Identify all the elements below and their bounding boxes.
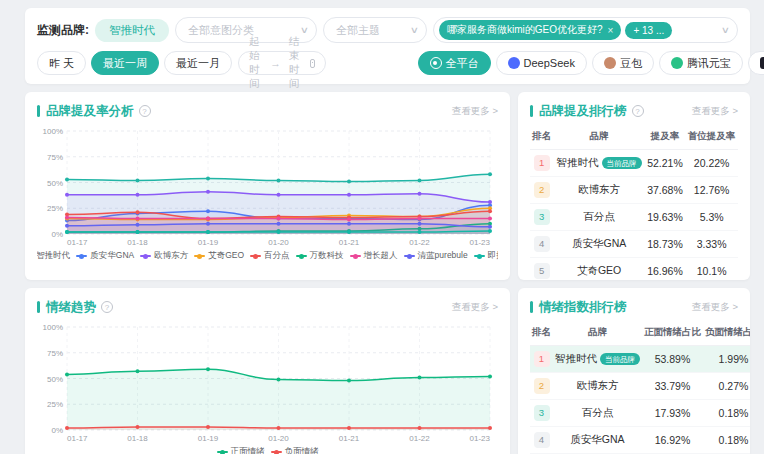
- panel-sentiment-trend: 情绪趋势 ? 查看更多 > 0%25%50%75%100%01-1701-180…: [25, 288, 510, 454]
- legend-item[interactable]: 百分点: [250, 250, 290, 262]
- remove-tag-icon[interactable]: ×: [608, 25, 614, 36]
- svg-text:100%: 100%: [43, 127, 63, 136]
- date-range-button[interactable]: 昨 天: [37, 51, 86, 75]
- svg-text:01-18: 01-18: [127, 238, 148, 247]
- rank-badge: 2: [534, 378, 550, 394]
- platform-button[interactable]: DeepSeek: [496, 51, 587, 75]
- legend-item[interactable]: 增长超人: [350, 250, 398, 262]
- chevron-down-icon: ∨: [410, 25, 419, 35]
- metric-value: 1.99%: [703, 346, 750, 373]
- title-accent-bar: [37, 301, 40, 313]
- legend-item[interactable]: 智推时代: [37, 250, 70, 262]
- legend-marker-icon: [194, 255, 205, 257]
- view-more-link[interactable]: 查看更多 >: [452, 105, 498, 118]
- legend-item[interactable]: 艾奇GEO: [194, 250, 244, 262]
- topic-select[interactable]: 全部主题 ∨: [323, 17, 427, 43]
- keyword-tag[interactable]: 哪家服务商做kimi的GEO优化更好? ×: [439, 20, 621, 40]
- legend-item[interactable]: 即推AI: [474, 250, 498, 262]
- current-brand-badge: 当前品牌: [600, 353, 640, 365]
- date-range-button[interactable]: 最近一周: [91, 51, 159, 75]
- metric-value: 0.18%: [703, 427, 750, 454]
- panel-title: 品牌提及排行榜: [539, 103, 627, 120]
- column-header: 提及率: [645, 124, 686, 150]
- metric-value: 20.22%: [685, 150, 738, 177]
- legend-marker-icon: [296, 255, 307, 257]
- view-more-link[interactable]: 查看更多 >: [452, 301, 498, 314]
- panel-title: 品牌提及率分析: [46, 103, 134, 120]
- brand-name: 智推时代: [555, 352, 597, 364]
- calendar-icon: [310, 59, 315, 68]
- legend-item[interactable]: 负面情绪: [271, 446, 319, 454]
- legend-marker-icon: [140, 255, 151, 257]
- legend-item[interactable]: 欧博东方: [140, 250, 188, 262]
- legend-item[interactable]: 清蓝purebule: [404, 250, 468, 262]
- svg-text:50%: 50%: [47, 179, 63, 188]
- column-header: 负面情绪占比: [703, 320, 750, 346]
- column-header: 排名: [530, 320, 553, 346]
- rank-badge: 1: [534, 155, 550, 171]
- info-icon[interactable]: ?: [139, 105, 151, 117]
- metric-value: 12.76%: [685, 177, 738, 204]
- keyword-select[interactable]: 哪家服务商做kimi的GEO优化更好? × + 13 ... ∨: [433, 17, 738, 43]
- legend-marker-icon: [271, 451, 282, 453]
- filter-row-top: 监测品牌: 智推时代 全部意图分类 ∨ 全部主题 ∨ 哪家服务商做kimi的GE…: [37, 17, 738, 43]
- view-more-link[interactable]: 查看更多 >: [692, 105, 738, 118]
- sentiment-ranking-table: 排名品牌正面情绪占比负面情绪占比 1智推时代当前品牌53.89%1.99%2欧博…: [530, 320, 750, 454]
- legend-item[interactable]: 万数科技: [296, 250, 344, 262]
- platform-button[interactable]: 全平台: [418, 51, 491, 75]
- legend-item[interactable]: 正面情绪: [217, 446, 265, 454]
- monitor-brand-label: 监测品牌:: [37, 22, 89, 39]
- platform-button[interactable]: 豆包: [592, 51, 654, 75]
- panel-brand-mention-analysis: 品牌提及率分析 ? 查看更多 > 0%25%50%75%100%01-1701-…: [25, 92, 510, 280]
- dashboard-page: 监测品牌: 智推时代 全部意图分类 ∨ 全部主题 ∨ 哪家服务商做kimi的GE…: [0, 0, 764, 454]
- metric-value: 16.92%: [642, 427, 703, 454]
- table-row[interactable]: 2欧博东方33.79%0.27%: [530, 373, 750, 400]
- table-row[interactable]: 3百分点19.63%5.3%: [530, 204, 738, 231]
- legend-label: 清蓝purebule: [418, 250, 468, 262]
- rank-badge: 4: [534, 432, 550, 448]
- view-more-link[interactable]: 查看更多 >: [692, 301, 738, 314]
- brand-name: 质安华GNA: [570, 433, 624, 445]
- legend-label: 增长超人: [364, 250, 398, 262]
- metric-value: 3.33%: [685, 231, 738, 258]
- svg-text:01-20: 01-20: [268, 238, 289, 247]
- table-row[interactable]: 4质安华GNA16.92%0.18%: [530, 427, 750, 454]
- current-brand-badge: 当前品牌: [602, 157, 642, 169]
- table-row[interactable]: 2欧博东方37.68%12.76%: [530, 177, 738, 204]
- metric-value: 19.63%: [645, 204, 686, 231]
- info-icon[interactable]: ?: [101, 301, 113, 313]
- info-icon[interactable]: ?: [632, 105, 644, 117]
- legend-label: 正面情绪: [231, 446, 265, 454]
- legend-label: 即推AI: [488, 250, 498, 262]
- monitor-brand-value[interactable]: 智推时代: [95, 19, 169, 42]
- legend-label: 艾奇GEO: [208, 250, 244, 262]
- panel-title: 情绪指数排行榜: [539, 299, 627, 316]
- chevron-down-icon: ∨: [721, 25, 730, 35]
- svg-text:01-21: 01-21: [339, 434, 360, 443]
- date-end-placeholder: 结束时间: [289, 35, 302, 91]
- legend-item[interactable]: 质安华GNA: [76, 250, 134, 262]
- table-row[interactable]: 3百分点17.93%0.18%: [530, 400, 750, 427]
- table-row[interactable]: 4质安华GNA18.73%3.33%: [530, 231, 738, 258]
- brand-name: 欧博东方: [577, 379, 619, 391]
- intent-category-placeholder: 全部意图分类: [188, 23, 295, 38]
- column-header: 排名: [530, 124, 554, 150]
- svg-text:01-22: 01-22: [409, 434, 430, 443]
- topic-placeholder: 全部主题: [336, 23, 405, 38]
- metric-value: 52.21%: [645, 150, 686, 177]
- metric-value: 18.73%: [645, 231, 686, 258]
- keyword-more-tag[interactable]: + 13 ...: [625, 22, 672, 39]
- legend-label: 质安华GNA: [90, 250, 134, 262]
- svg-text:01-23: 01-23: [470, 238, 491, 247]
- metric-value: 53.89%: [642, 346, 703, 373]
- date-range-buttons: 昨 天最近一周最近一月: [37, 51, 232, 75]
- table-row[interactable]: 1智推时代当前品牌52.21%20.22%: [530, 150, 738, 177]
- table-row[interactable]: 5艾奇GEO16.96%10.1%: [530, 258, 738, 281]
- platform-button[interactable]: 腾讯元宝: [659, 51, 743, 75]
- date-range-picker[interactable]: 起始时间 → 结束时间: [238, 51, 326, 75]
- platform-button[interactable]: Kimi: [748, 51, 764, 75]
- brand-name: 百分点: [583, 210, 615, 222]
- legend-label: 百分点: [264, 250, 290, 262]
- table-row[interactable]: 1智推时代当前品牌53.89%1.99%: [530, 346, 750, 373]
- date-range-button[interactable]: 最近一月: [164, 51, 232, 75]
